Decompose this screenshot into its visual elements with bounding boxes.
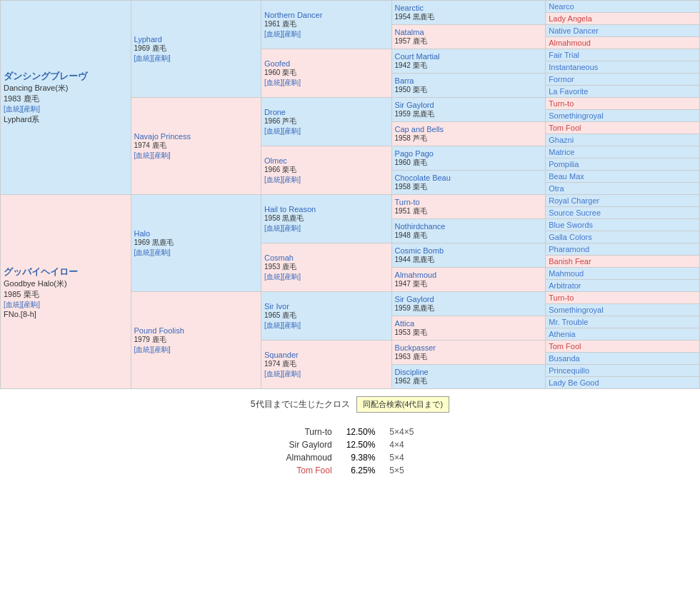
- horse-buckpasser: Buckpasser 1963 鹿毛: [391, 341, 546, 365]
- cross-row-tom-fool: Tom Fool 6.25% 5×5: [279, 464, 421, 477]
- h5-22-name: Banish Fear: [549, 257, 696, 266]
- h3-8-year: 1974 鹿毛: [264, 359, 389, 369]
- h3-6-name[interactable]: Cosmah: [264, 253, 389, 262]
- h5-25-name: Turn-to: [549, 293, 696, 302]
- h4-1-name[interactable]: Nearctic: [395, 4, 543, 12]
- h4-9-name[interactable]: Nothirdchance: [395, 222, 543, 231]
- h4-15-name[interactable]: Discipline: [395, 368, 543, 376]
- h4-10-name[interactable]: Cosmic Bomb: [395, 246, 543, 255]
- h4-pago-name[interactable]: Pago Pago: [395, 149, 543, 158]
- horse-galla-colors: Galla Colors: [546, 231, 700, 243]
- cross-row-sir-gaylord: Sir Gaylord 12.50% 4×4: [279, 438, 421, 451]
- h3-6-links[interactable]: [血統][産駒]: [264, 273, 301, 281]
- horse-lady-angela: Lady Angela: [546, 13, 700, 25]
- h4-12-name[interactable]: Sir Gaylord: [395, 295, 543, 303]
- horse-pharamond: Pharamond: [546, 243, 700, 256]
- cross-row-turn-to: Turn-to 12.50% 5×4×5: [279, 426, 421, 438]
- cross-pattern-tom-fool: 5×5: [382, 464, 421, 477]
- h3-7-year: 1965 鹿毛: [264, 311, 389, 321]
- h5-4-name: Almahmoud: [549, 39, 696, 47]
- h4-5-name[interactable]: Sir Gaylord: [395, 101, 543, 109]
- horse1-links[interactable]: [血統][産駒]: [4, 105, 40, 113]
- horse-almahmoud-1: Almahmoud: [546, 37, 700, 49]
- h2-1-links[interactable]: [血統][産駒]: [134, 54, 171, 62]
- h4-2-name[interactable]: Natalma: [395, 28, 543, 36]
- h5-7-name: Formor: [549, 75, 696, 84]
- h4-4-name[interactable]: Barra: [395, 76, 543, 85]
- horse-olmec: Olmec 1966 栗毛 [血統][産駒]: [261, 146, 392, 195]
- horse-h1-bottom-links[interactable]: [血統][産駒]: [4, 301, 40, 308]
- h3-1-links[interactable]: [血統][産駒]: [264, 30, 301, 38]
- horse-royal-charger: Royal Charger: [546, 195, 700, 207]
- h3-2-links[interactable]: [血統][産駒]: [264, 79, 301, 86]
- h4-14-name[interactable]: Buckpasser: [395, 343, 543, 352]
- horse-banish-fear: Banish Fear: [546, 256, 700, 268]
- h5-20-name: Galla Colors: [549, 233, 696, 241]
- horse-formor: Formor: [546, 74, 700, 86]
- horse-attica: Attica 1953 栗毛: [391, 316, 546, 341]
- horse-pompilia: Pompilia: [546, 158, 700, 171]
- horse-h1-bottom-name2: Goodbye Halo(米): [4, 278, 128, 289]
- horse-somethingroyal-1: Somethingroyal: [546, 110, 700, 122]
- horse1-name: ダンシングブレーヴ: [4, 70, 128, 83]
- h3-4-links[interactable]: [血統][産駒]: [264, 176, 301, 183]
- horse-lyphard: Lyphard 1969 鹿毛 [血統][産駒]: [131, 1, 261, 98]
- h3-4-year: 1966 栗毛: [264, 165, 389, 175]
- horse-dancing-brave: ダンシングブレーヴ Dancing Brave(米) 1983 鹿毛 [血統][…: [1, 1, 131, 195]
- h5-5-name: Fair Trial: [549, 51, 696, 59]
- h4-3-name[interactable]: Court Martial: [395, 52, 543, 61]
- h3-8-links[interactable]: [血統][産駒]: [264, 370, 301, 378]
- horse-goofed: Goofed 1960 栗毛 [血統][産駒]: [261, 49, 392, 98]
- cross-pattern-almahmoud: 5×4: [382, 451, 421, 464]
- horse-athenia: Athenia: [546, 328, 700, 341]
- h5-27-name: Mr. Trouble: [549, 318, 696, 326]
- h3-4-name[interactable]: Olmec: [264, 156, 389, 165]
- h2-4-links[interactable]: [血統][産駒]: [134, 346, 171, 353]
- cross-row-almahmoud: Almahmoud 9.38% 5×4: [279, 451, 421, 464]
- h5-6-name: Instantaneous: [549, 63, 696, 71]
- h4-7-name[interactable]: Chocolate Beau: [395, 173, 543, 182]
- horse-source-sucree: Source Sucree: [546, 207, 700, 219]
- horse-squander: Squander 1974 鹿毛 [血統][産駒]: [261, 341, 392, 389]
- h5-15-name: Beau Max: [549, 172, 696, 181]
- h3-3-links[interactable]: [血統][産駒]: [264, 127, 301, 135]
- horse1-lineage: Lyphard系: [4, 114, 128, 125]
- h4-11-name[interactable]: Almahmoud: [395, 271, 543, 279]
- h3-1-year: 1961 鹿毛: [264, 19, 389, 29]
- h3-5-name[interactable]: Hail to Reason: [264, 205, 389, 213]
- horse-h1-bottom-name: グッバイヘイロー: [4, 266, 128, 278]
- h2-2-name[interactable]: Navajo Princess: [134, 132, 259, 141]
- h3-8-name[interactable]: Squander: [264, 351, 389, 359]
- h4-12-year: 1959 黒鹿毛: [395, 303, 543, 313]
- h3-1-name[interactable]: Northern Dancer: [264, 11, 389, 19]
- h4-15-year: 1962 鹿毛: [395, 376, 543, 386]
- horse-turn-to-3: Turn-to: [546, 292, 700, 304]
- h5-3-name: Native Dancer: [549, 26, 696, 35]
- h5-24-name: Arbitrator: [549, 281, 696, 290]
- cross-pattern-turn-to: 5×4×5: [382, 426, 421, 438]
- h4-13-year: 1953 栗毛: [395, 328, 543, 338]
- h3-5-links[interactable]: [血統][産駒]: [264, 224, 301, 232]
- h2-1-name[interactable]: Lyphard: [134, 35, 259, 44]
- h4-13-name[interactable]: Attica: [395, 319, 543, 328]
- h5-10-name: Somethingroyal: [549, 111, 696, 120]
- h3-7-links[interactable]: [血統][産駒]: [264, 321, 301, 329]
- h5-13-name: Matrice: [549, 148, 696, 156]
- cross-search-button[interactable]: 同配合検索(4代目まで): [356, 396, 449, 413]
- h3-7-name[interactable]: Sir Ivor: [264, 302, 389, 311]
- h4-6-name[interactable]: Cap and Bells: [395, 125, 543, 134]
- h4-8-name[interactable]: Turn-to: [395, 198, 543, 206]
- h2-2-links[interactable]: [血統][産駒]: [134, 151, 171, 159]
- h5-30-name: Busanda: [549, 354, 696, 363]
- h2-3-links[interactable]: [血統][産駒]: [134, 248, 171, 256]
- horse-lady-be-good: Lady Be Good: [546, 377, 700, 389]
- h5-12-name: Ghazni: [549, 136, 696, 144]
- h2-4-name[interactable]: Pound Foolish: [134, 326, 259, 335]
- horse-tom-fool-2: Tom Fool: [546, 341, 700, 353]
- h3-2-name[interactable]: Goofed: [264, 59, 389, 68]
- h2-3-name[interactable]: Halo: [134, 229, 259, 238]
- h3-3-year: 1966 芦毛: [264, 116, 389, 126]
- h3-3-name[interactable]: Drone: [264, 108, 389, 116]
- h4-9-year: 1948 鹿毛: [395, 231, 543, 241]
- horse-sir-gaylord-1: Sir Gaylord 1959 黒鹿毛: [391, 98, 546, 122]
